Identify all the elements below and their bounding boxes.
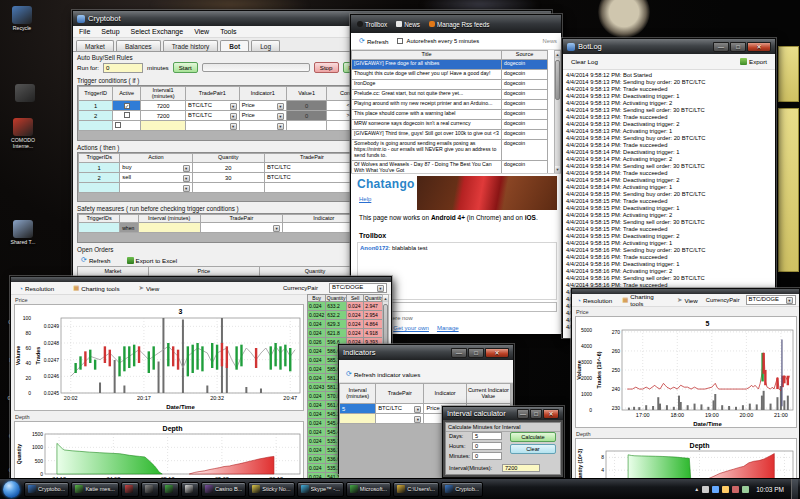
active-checkbox[interactable]: [124, 112, 130, 118]
chevron-down-icon[interactable]: ▾: [277, 123, 284, 130]
sticky-note[interactable]: [778, 46, 799, 102]
minutes-input[interactable]: 0: [472, 452, 502, 460]
depth-tab[interactable]: Depth: [576, 431, 591, 437]
close-button[interactable]: ✕: [485, 348, 509, 358]
news-row[interactable]: IronDogedogecoin: [352, 80, 548, 90]
currency-pair-select[interactable]: BTC/DOGE▾: [329, 283, 387, 293]
empty-cell[interactable]: ▾: [120, 183, 192, 193]
run-for-input[interactable]: 0: [103, 63, 143, 73]
clear-log-button[interactable]: Clear Log: [567, 56, 602, 67]
maximize-button[interactable]: □: [530, 409, 542, 419]
news-row[interactable]: [GIVEAWAY] Free doge for all shibesdogec…: [352, 60, 548, 70]
empty-cell[interactable]: [113, 121, 141, 131]
taskbar-button[interactable]: Cryptobo...: [24, 482, 69, 497]
tab-trade-history[interactable]: Trade history: [163, 40, 219, 51]
news-row[interactable]: Of Wolves and Weasels - Day 87 - Doing T…: [352, 160, 548, 174]
charting-tools-menu[interactable]: ▦Charting tools: [620, 292, 669, 308]
chevron-down-icon[interactable]: ▾: [230, 113, 237, 120]
taskbar-button[interactable]: Katie mes...: [71, 482, 119, 497]
news-row[interactable]: Playing around with my new receipt print…: [352, 100, 548, 110]
news-row[interactable]: Thought this cute doge will cheer you up…: [352, 70, 548, 80]
close-button[interactable]: ✕: [543, 409, 559, 419]
orderbook-row[interactable]: 0.024621.80.0244.918: [308, 329, 385, 338]
chevron-down-icon[interactable]: ▾: [277, 113, 284, 120]
price-chart[interactable]: 320:0220:1720:3220:470.02450.02460.02470…: [14, 304, 304, 411]
action-select[interactable]: buy▾: [120, 163, 192, 173]
minimize-button[interactable]: —: [517, 409, 529, 419]
taskbar-clock[interactable]: 10:03 PM: [752, 486, 788, 493]
news-refresh-button[interactable]: ⟳Refresh: [355, 35, 393, 47]
tray-app-icon[interactable]: [702, 486, 709, 493]
empty-cell[interactable]: [340, 414, 376, 424]
taskbar-button[interactable]: Microsoft...: [346, 482, 391, 497]
safety-select[interactable]: ▾: [200, 223, 282, 233]
depth-tab[interactable]: Depth: [15, 414, 30, 420]
taskbar-button[interactable]: C:\Users\...: [393, 482, 439, 497]
taskbar-button[interactable]: Skype™ -...: [297, 482, 344, 497]
chatango-help-link[interactable]: Help: [359, 196, 371, 202]
active-checkbox[interactable]: ✓: [124, 103, 130, 109]
orderbook-row[interactable]: 0.024633.20.0242.947: [308, 302, 385, 311]
menu-item-file[interactable]: File: [79, 28, 90, 35]
desktop-icon[interactable]: Recycle: [4, 6, 40, 31]
hours-input[interactable]: 0: [472, 442, 502, 450]
start-button[interactable]: [3, 481, 20, 498]
tray-volume-icon[interactable]: [722, 486, 729, 493]
chevron-down-icon[interactable]: ▾: [230, 123, 237, 130]
scroll-up-icon[interactable]: ▲: [383, 295, 388, 302]
chevron-down-icon[interactable]: ▾: [230, 103, 237, 110]
orders-refresh-button[interactable]: ⟳Refresh: [77, 254, 115, 266]
maximize-button[interactable]: □: [468, 348, 484, 358]
desktop-icon[interactable]: [7, 84, 43, 103]
tray-update-icon[interactable]: [742, 486, 749, 493]
chevron-down-icon[interactable]: ▾: [414, 406, 421, 413]
taskbar-button[interactable]: [181, 482, 199, 497]
chevron-down-icon[interactable]: ▾: [183, 185, 190, 192]
indicator-tradepair-select[interactable]: BTC/LTC▾: [376, 404, 424, 414]
price-chart[interactable]: 517:0018:0019:0020:0021:0023024025026027…: [575, 316, 797, 428]
chevron-down-icon[interactable]: ▾: [414, 416, 421, 423]
news-row[interactable]: This place should come with a warning la…: [352, 110, 548, 120]
news-row[interactable]: MRW someone says dogecoin isn't a real c…: [352, 120, 548, 130]
close-button[interactable]: ✕: [747, 42, 771, 52]
active-checkbox[interactable]: [115, 122, 121, 128]
news-row[interactable]: Somebody is going around sending emails …: [352, 140, 548, 161]
action-quantity-cell[interactable]: 30: [192, 173, 264, 183]
chevron-down-icon[interactable]: ▾: [273, 225, 280, 232]
orderbook-row[interactable]: 0.0242632.20.0242.954: [308, 311, 385, 320]
refresh-indicator-values-button[interactable]: ⟳Refresh indicator values: [342, 368, 424, 380]
clear-button[interactable]: Clear: [510, 444, 556, 454]
desktop-icon[interactable]: COMODO Interne...: [5, 118, 41, 149]
taskbar-button[interactable]: [141, 482, 159, 497]
price-tab[interactable]: Price: [576, 309, 589, 315]
stop-button[interactable]: Stop: [314, 62, 339, 73]
action-tradepair-select[interactable]: BTC/LTC▾: [264, 173, 359, 183]
toolbar-news[interactable]: News: [396, 21, 420, 28]
resolution-menu[interactable]: ◔Resolution: [575, 296, 614, 305]
scroll-up-icon[interactable]: ▲: [555, 51, 560, 58]
toolbar-manage-rss-feeds[interactable]: Manage Rss feeds: [429, 21, 490, 28]
interval1-cell[interactable]: 7200: [141, 111, 186, 121]
tray-action-icon[interactable]: [732, 486, 739, 493]
news-row[interactable]: Prelude.cc: Great start, but not quite t…: [352, 90, 548, 100]
log-export-button[interactable]: Export: [736, 56, 771, 67]
indicator-interval-cell[interactable]: 5: [340, 404, 376, 414]
view-menu[interactable]: ➤View: [135, 282, 164, 294]
maximize-button[interactable]: □: [730, 42, 746, 52]
action-tradepair-select[interactable]: BTC/LTC▾: [264, 163, 359, 173]
minimize-button[interactable]: —: [713, 42, 729, 52]
manage-link[interactable]: Manage: [437, 325, 459, 331]
orderbook-row[interactable]: 0.024629.30.0244.864: [308, 320, 385, 329]
tradepair1-select[interactable]: BTC/LTC▾: [186, 111, 240, 121]
news-row[interactable]: [GIVEAWAY] Third time, guys! Still got o…: [352, 130, 548, 140]
empty-cell[interactable]: [286, 121, 327, 131]
news-scrollbar[interactable]: ▲ ▼: [554, 50, 561, 174]
empty-cell[interactable]: ▾: [376, 414, 424, 424]
empty-cell[interactable]: [141, 121, 186, 131]
safety-interval-cell[interactable]: [138, 223, 200, 233]
empty-cell[interactable]: [79, 183, 120, 193]
minimize-button[interactable]: —: [451, 348, 467, 358]
indicator1-select[interactable]: Price▾: [239, 111, 286, 121]
view-menu[interactable]: ➤View: [675, 295, 700, 305]
empty-cell[interactable]: [79, 121, 113, 131]
